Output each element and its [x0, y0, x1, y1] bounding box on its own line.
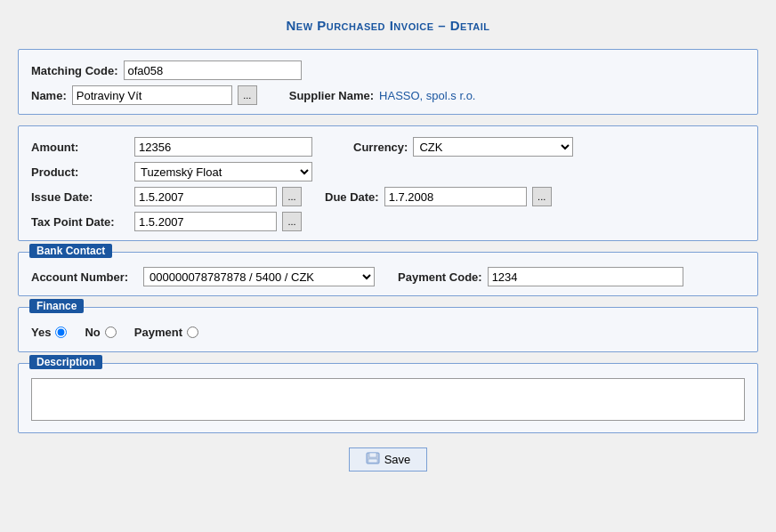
save-button[interactable]: Save	[349, 447, 428, 472]
tax-point-date-row: Tax Point Date: ...	[31, 212, 745, 231]
bank-contact-content: Account Number: 000000078787878 / 5400 /…	[31, 267, 745, 286]
issue-date-browse-button[interactable]: ...	[282, 187, 302, 206]
description-textarea[interactable]	[31, 378, 745, 421]
svg-rect-1	[369, 453, 376, 457]
description-content	[31, 378, 745, 423]
save-label: Save	[384, 453, 411, 466]
account-number-label: Account Number:	[31, 270, 138, 284]
bank-contact-section: Bank Contact Account Number: 00000007878…	[18, 252, 758, 296]
finance-content: Yes No Payment	[31, 322, 745, 343]
matching-code-label: Matching Code:	[31, 64, 118, 77]
account-number-select[interactable]: 000000078787878 / 5400 / CZK	[143, 267, 375, 286]
name-row: Name: ... Supplier Name: HASSO, spol.s r…	[31, 85, 745, 105]
supplier-name-link[interactable]: HASSO, spol.s r.o.	[379, 89, 475, 102]
issue-date-input[interactable]	[134, 187, 277, 206]
description-legend: Description	[29, 355, 102, 369]
tax-point-date-browse-button[interactable]: ...	[282, 212, 302, 231]
finance-yes-radio[interactable]	[55, 326, 67, 338]
due-date-browse-button[interactable]: ...	[532, 187, 552, 206]
amount-label: Amount:	[31, 141, 129, 154]
name-browse-button[interactable]: ...	[238, 85, 257, 105]
save-button-area: Save	[18, 447, 758, 472]
matching-code-input[interactable]	[124, 60, 302, 80]
finance-no-item: No	[85, 326, 116, 339]
name-input[interactable]	[72, 85, 232, 105]
tax-point-date-input[interactable]	[134, 212, 277, 231]
description-section: Description	[18, 363, 758, 433]
finance-section: Finance Yes No Payment	[18, 307, 758, 352]
matching-code-row: Matching Code:	[31, 60, 745, 80]
name-label: Name:	[31, 89, 67, 102]
dates-row: Issue Date: ... Due Date: ...	[31, 187, 745, 206]
supplier-name-label: Supplier Name:	[289, 89, 374, 102]
payment-code-input[interactable]	[488, 267, 683, 286]
finance-payment-label: Payment	[134, 326, 182, 339]
amount-input[interactable]	[134, 137, 312, 157]
finance-payment-item: Payment	[134, 326, 198, 339]
currency-select[interactable]: CZK	[413, 137, 573, 157]
section-invoice-details: Amount: Currency: CZK Product: Tuzemský …	[18, 125, 758, 241]
product-label: Product:	[31, 165, 129, 179]
finance-no-radio[interactable]	[105, 326, 117, 338]
bank-contact-legend: Bank Contact	[29, 244, 112, 258]
section-basic-info: Matching Code: Name: ... Supplier Name: …	[18, 49, 758, 115]
svg-rect-2	[368, 459, 377, 463]
tax-point-date-label: Tax Point Date:	[31, 215, 129, 229]
bank-contact-row: Account Number: 000000078787878 / 5400 /…	[31, 267, 745, 286]
product-select[interactable]: Tuzemský Float	[134, 162, 312, 181]
amount-currency-row: Amount: Currency: CZK	[31, 137, 745, 157]
finance-yes-label: Yes	[31, 326, 51, 339]
currency-label: Currency:	[353, 141, 408, 154]
page-title: New Purchased Invoice – Detail	[18, 18, 758, 33]
due-date-input[interactable]	[384, 187, 527, 206]
issue-date-label: Issue Date:	[31, 190, 129, 204]
due-date-label: Due Date:	[325, 190, 379, 204]
finance-no-label: No	[85, 326, 100, 339]
finance-row: Yes No Payment	[31, 322, 745, 343]
payment-code-label: Payment Code:	[398, 270, 482, 284]
finance-legend: Finance	[29, 299, 84, 313]
product-row: Product: Tuzemský Float	[31, 162, 745, 181]
finance-payment-radio[interactable]	[187, 326, 198, 338]
save-icon	[366, 452, 380, 467]
finance-yes-item: Yes	[31, 326, 67, 339]
